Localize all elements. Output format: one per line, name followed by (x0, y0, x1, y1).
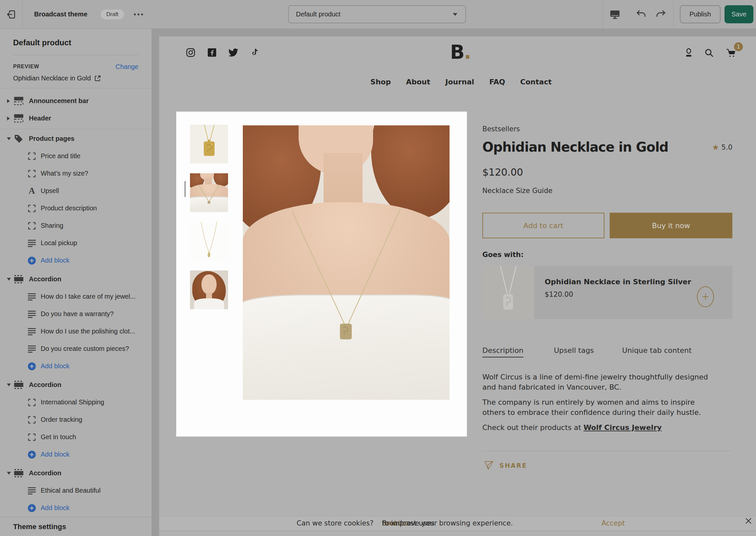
block-icon (28, 170, 36, 178)
thumbnail-chain-full[interactable] (190, 222, 228, 261)
chevron-right-icon[interactable] (7, 92, 12, 110)
sidebar-item-get-in-touch[interactable]: Get in touch (0, 428, 152, 446)
sidebar-item-accordion[interactable]: Accordion (0, 464, 152, 482)
chevron-down-icon[interactable] (7, 464, 12, 482)
add-icon (28, 504, 36, 512)
size-guide-link[interactable]: Necklace Size Guide (482, 187, 552, 195)
product-media-gallery[interactable] (176, 112, 467, 437)
share-button[interactable]: SHARE (484, 460, 527, 470)
nav-item-faq[interactable]: FAQ (489, 78, 505, 86)
sidebar-item-do-you-create-custom-pieces[interactable]: Do you create custom pieces? (0, 340, 152, 357)
sidebar-item-label: Upsell (41, 187, 59, 195)
status-badge: Draft (101, 10, 124, 19)
sidebar-item-header[interactable]: Header (0, 110, 152, 127)
search-icon[interactable] (704, 48, 714, 58)
rating-value: 5.0 (722, 144, 732, 151)
sidebar-item-local-pickup[interactable]: Local pickup (0, 234, 152, 252)
preview-canvas: B. 1 (152, 29, 756, 536)
sidebar-item-accordion[interactable]: Accordion (0, 376, 152, 393)
sidebar-item-accordion[interactable]: Accordion (0, 270, 152, 288)
sidebar-item-label: Local pickup (41, 239, 77, 247)
sidebar-item-add-block[interactable]: Add block (0, 499, 152, 517)
publish-button[interactable]: Publish (680, 5, 721, 23)
chevron-down-icon[interactable] (7, 376, 12, 393)
add-icon (28, 256, 36, 265)
add-icon (28, 362, 36, 371)
page-selector-dropdown[interactable]: Default product (288, 5, 466, 23)
sidebar-item-order-tracking[interactable]: Order tracking (0, 411, 152, 428)
sidebar-item-upsell[interactable]: AUpsell (0, 182, 152, 200)
sidebar-item-label: Accordion (29, 381, 61, 388)
sidebar-item-how-do-i-use-the-polishing-clot[interactable]: How do I use the polishing clot... (0, 323, 152, 340)
facebook-icon[interactable] (207, 48, 217, 57)
undo-button[interactable] (632, 0, 650, 29)
cart-count-badge: 1 (734, 42, 743, 51)
preview-page-row[interactable]: Ophidian Necklace in Gold (13, 73, 101, 84)
store-logo[interactable]: B. (441, 41, 480, 63)
external-link-icon[interactable] (94, 75, 101, 82)
sidebar-item-how-do-i-take-care-of-my-jewel[interactable]: How do I take care of my jewel... (0, 288, 152, 305)
save-button[interactable]: Save (724, 5, 753, 23)
nav-item-journal[interactable]: Journal (445, 78, 474, 86)
wolf-circus-link[interactable]: Wolf Circus Jewelry (583, 423, 662, 432)
nav-item-shop[interactable]: Shop (370, 78, 391, 86)
add-to-cart-button[interactable]: Add to cart (482, 213, 604, 238)
tiktok-icon[interactable] (250, 48, 260, 57)
nav-item-contact[interactable]: Contact (520, 78, 551, 86)
buy-it-now-button[interactable]: Buy it now (610, 213, 732, 238)
quick-add-button[interactable] (697, 286, 714, 307)
product-main-image[interactable] (243, 125, 450, 400)
cookie-accept-button[interactable]: Accept (601, 516, 625, 530)
sidebar-item-international-shipping[interactable]: International Shipping (0, 393, 152, 411)
redo-button[interactable] (652, 0, 670, 29)
lines-icon (28, 487, 36, 495)
more-actions-button[interactable] (131, 0, 146, 29)
chevron-down-icon[interactable] (7, 270, 12, 288)
sidebar-item-price-and-title[interactable]: Price and title (0, 148, 152, 165)
sidebar-item-label: How do I take care of my jewel... (41, 293, 136, 300)
goes-with-item[interactable]: Ophidian Necklace in Sterling Silver $12… (482, 266, 732, 319)
nav-item-about[interactable]: About (406, 78, 430, 86)
thumbnail-pendant-gold[interactable] (190, 125, 228, 163)
chevron-right-icon[interactable] (7, 110, 12, 127)
cookie-close-button[interactable] (744, 516, 753, 525)
tab-upsell-tags[interactable]: Upsell tags (554, 346, 594, 357)
theme-settings-button[interactable]: Theme settings (0, 517, 152, 536)
description-paragraph: Check out their products at Wolf Circus … (482, 422, 738, 433)
collection-link[interactable]: Bestsellers (482, 125, 520, 133)
lines-icon (28, 310, 36, 318)
exit-editor-button[interactable] (0, 0, 23, 29)
sidebar-item-announcement-bar[interactable]: Announcement bar (0, 92, 152, 110)
divider (482, 451, 732, 451)
cookie-question: Can we store cookies? (297, 516, 373, 530)
sidebar-item-ethical-and-beautiful[interactable]: Ethical and Beautiful (0, 482, 152, 499)
description-paragraph: The company is run entirely by women and… (482, 397, 738, 418)
account-icon[interactable] (683, 48, 694, 58)
goes-with-thumbnail (482, 266, 534, 319)
thumbnail-model-necklace[interactable] (190, 173, 228, 212)
thumbnail-model-portrait[interactable] (190, 270, 228, 309)
product-rating[interactable]: ★ 5.0 (712, 144, 732, 151)
tab-unique-tab-content[interactable]: Unique tab content (622, 346, 692, 357)
preview-row: PREVIEW Change (13, 61, 139, 72)
block-icon (28, 222, 36, 230)
exit-icon (6, 10, 16, 19)
sidebar-item-label: Do you create custom pieces? (41, 345, 129, 352)
chevron-down-icon[interactable] (7, 130, 12, 148)
sidebar-item-sharing[interactable]: Sharing (0, 217, 152, 234)
sidebar-item-do-you-have-a-warranty[interactable]: Do you have a warranty? (0, 305, 152, 323)
sidebar-item-product-pages[interactable]: Product pages (0, 130, 152, 148)
change-preview-link[interactable]: Change (115, 63, 139, 71)
instagram-icon[interactable] (186, 48, 196, 57)
sidebar-item-label: Get in touch (41, 433, 76, 441)
twitter-icon[interactable] (228, 48, 238, 57)
sidebar-item-product-description[interactable]: Product description (0, 200, 152, 217)
sidebar-item-add-block[interactable]: Add block (0, 357, 152, 375)
sidebar-item-add-block[interactable]: Add block (0, 252, 152, 269)
sidebar-item-what-s-my-size[interactable]: What's my size? (0, 165, 152, 182)
sidebar-item-add-block[interactable]: Add block (0, 446, 152, 463)
desktop-preview-button[interactable] (606, 0, 624, 29)
sidebar-item-label: Do you have a warranty? (41, 310, 113, 318)
tab-description[interactable]: Description (482, 346, 523, 357)
lines-icon (28, 239, 36, 247)
